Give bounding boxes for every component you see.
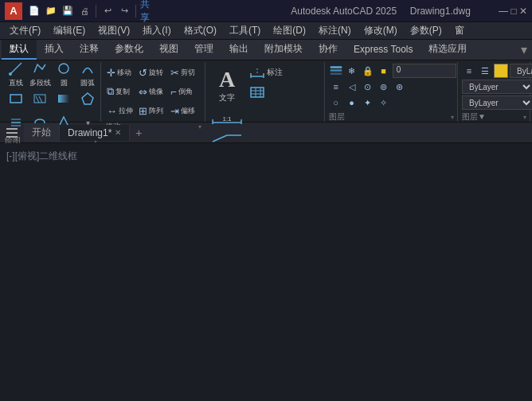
- modify-group-arrow[interactable]: ▾: [198, 123, 201, 130]
- tab-default[interactable]: 默认: [2, 40, 37, 60]
- layer-off-btn[interactable]: ●: [345, 95, 359, 110]
- tab-addins[interactable]: 附加模块: [256, 40, 311, 60]
- tabs-menu-btn[interactable]: [3, 124, 21, 142]
- new-icon[interactable]: 📄: [27, 4, 41, 18]
- draw-hatch-btn[interactable]: [29, 88, 51, 110]
- annotate-text-btn[interactable]: A 文字: [209, 64, 244, 107]
- prop-linetype-select[interactable]: ByLayer: [462, 80, 532, 94]
- annotation-buttons: A 文字 标注: [209, 64, 321, 146]
- tab-start[interactable]: 开始: [24, 123, 60, 142]
- copy-label: 复制: [115, 87, 130, 97]
- trim-label: 剪切: [181, 68, 195, 78]
- open-icon[interactable]: 📁: [44, 4, 58, 18]
- tab-parametric[interactable]: 参数化: [107, 40, 151, 60]
- draw-boundary-btn[interactable]: [76, 88, 99, 110]
- modify-move-btn[interactable]: ✛ 移动: [105, 64, 135, 81]
- tab-drawing1-label: Drawing1*: [68, 127, 111, 138]
- redo-icon[interactable]: ↪: [117, 4, 131, 18]
- tab-drawing1-close[interactable]: ✕: [115, 128, 121, 137]
- layer-iso-btn[interactable]: ⊙: [361, 80, 375, 94]
- properties-group-label-row: 图层▼ ▾: [462, 110, 526, 123]
- tab-manage[interactable]: 管理: [186, 40, 221, 60]
- tab-output[interactable]: 输出: [221, 40, 256, 60]
- menu-view[interactable]: 视图(V): [92, 22, 136, 39]
- annotate-scale-btn[interactable]: 1:1: [209, 110, 244, 127]
- undo-icon[interactable]: ↩: [100, 4, 115, 18]
- tab-view[interactable]: 视图: [151, 40, 186, 60]
- annotate-table-btn[interactable]: [248, 83, 284, 100]
- menu-draw[interactable]: 绘图(D): [267, 22, 312, 39]
- prop-color-select[interactable]: ByLayer: [510, 64, 532, 78]
- modify-stretch-btn[interactable]: ↔ 拉伸: [105, 102, 135, 119]
- rotate-label: 旋转: [149, 68, 163, 78]
- title-center: Autodesk AutoCAD 2025 Drawing1.dwg: [263, 6, 499, 17]
- svg-rect-3: [10, 95, 22, 103]
- prop-color-box[interactable]: [494, 64, 508, 78]
- layer-match-btn[interactable]: ≡: [329, 80, 343, 94]
- menu-file[interactable]: 文件(F): [3, 22, 47, 39]
- layer-select[interactable]: 0: [393, 64, 456, 78]
- tab-featured[interactable]: 精选应用: [421, 40, 475, 60]
- modify-trim-btn[interactable]: ✂ 剪切: [169, 64, 199, 81]
- layer-color-btn[interactable]: ■: [377, 64, 391, 78]
- menu-params[interactable]: 参数(P): [404, 22, 448, 39]
- draw-line-btn[interactable]: 直线: [5, 64, 27, 86]
- prop-list-btn[interactable]: ☰: [478, 64, 492, 78]
- arc-icon: [80, 61, 95, 78]
- draw-polyline-btn[interactable]: 多段线: [29, 64, 51, 86]
- sep1: [96, 5, 96, 18]
- tab-annotate[interactable]: 注释: [72, 40, 107, 60]
- prop-lineweight-select[interactable]: ByLayer: [462, 95, 532, 110]
- ribbon-group-layer: ❄ 🔒 ■ 0 ≡ ◁ ⊙ ⊚ ⊛ ○ ● ✦ ✧ 图层 ▾: [326, 62, 458, 122]
- hamburger-line1: [6, 128, 18, 130]
- tab-insert[interactable]: 插入: [37, 40, 72, 60]
- annotate-dim-btn[interactable]: 标注: [248, 64, 284, 81]
- modify-fillet-btn[interactable]: ⌐ 倒角: [169, 83, 199, 100]
- tab-express-tools[interactable]: Express Tools: [346, 41, 421, 59]
- layer-freeze-btn[interactable]: ❄: [345, 64, 359, 78]
- menu-annotate[interactable]: 标注(N): [312, 22, 358, 39]
- copy-icon: ⧉: [107, 85, 114, 98]
- modify-array-btn[interactable]: ⊞ 阵列: [137, 102, 167, 119]
- modify-mirror-btn[interactable]: ⇔ 镜像: [137, 83, 167, 100]
- layer-freeze3-btn[interactable]: ✧: [377, 95, 391, 110]
- draw-circle-btn[interactable]: 圆: [53, 64, 75, 86]
- layer-prev-btn[interactable]: ◁: [345, 80, 359, 94]
- print-icon[interactable]: 🖨: [77, 4, 92, 18]
- tab-collaborate[interactable]: 协作: [311, 40, 346, 60]
- prop-match-btn[interactable]: ≡: [462, 64, 476, 78]
- move-label: 移动: [117, 68, 131, 78]
- tab-add-btn[interactable]: +: [130, 124, 147, 142]
- modify-offset-btn[interactable]: ⇥ 偏移: [169, 102, 199, 119]
- menu-bar: 文件(F) 编辑(E) 视图(V) 插入(I) 格式(O) 工具(T) 绘图(D…: [0, 22, 532, 40]
- save-icon[interactable]: 💾: [61, 4, 75, 18]
- menu-tools[interactable]: 工具(T): [223, 22, 267, 39]
- layer-manager-btn[interactable]: [329, 64, 343, 78]
- draw-rect-btn[interactable]: [5, 88, 27, 110]
- layer-lock-btn[interactable]: 🔒: [361, 64, 375, 78]
- modify-copy-btn[interactable]: ⧉ 复制: [105, 83, 135, 100]
- modify-rotate-btn[interactable]: ↺ 旋转: [137, 64, 167, 81]
- menu-edit[interactable]: 编辑(E): [47, 22, 92, 39]
- menu-insert[interactable]: 插入(I): [136, 22, 177, 39]
- ribbon-collapse-icon[interactable]: ▾: [518, 42, 530, 57]
- draw-gradient-btn[interactable]: [53, 88, 75, 110]
- window-controls[interactable]: — □ ✕: [499, 6, 527, 17]
- layer-turn-btn[interactable]: ○: [329, 95, 343, 110]
- menu-format[interactable]: 格式(O): [178, 22, 223, 39]
- layer-group-arrow[interactable]: ▾: [451, 114, 454, 121]
- ribbon-group-annotation: A 文字 标注: [206, 62, 325, 122]
- layer-unisolate-btn[interactable]: ⊚: [377, 80, 391, 94]
- line-icon: [9, 61, 23, 78]
- draw-arc-btn[interactable]: 圆弧: [76, 64, 99, 86]
- svg-point-2: [59, 64, 68, 73]
- app-logo[interactable]: A: [5, 2, 22, 20]
- modify-buttons: ✛ 移动 ↺ 旋转 ✂ 剪切 ⧉ 复制 ⇔ 镜像 ⌐ 倒角: [105, 64, 199, 119]
- properties-group-arrow[interactable]: ▾: [523, 114, 526, 121]
- layer-walk-btn[interactable]: ⊛: [393, 80, 407, 94]
- tab-drawing1[interactable]: Drawing1* ✕: [60, 125, 130, 141]
- menu-modify[interactable]: 修改(M): [358, 22, 404, 39]
- layer-freeze2-btn[interactable]: ✦: [361, 95, 375, 110]
- menu-window[interactable]: 窗: [448, 22, 471, 39]
- share-icon[interactable]: 共享: [140, 4, 155, 18]
